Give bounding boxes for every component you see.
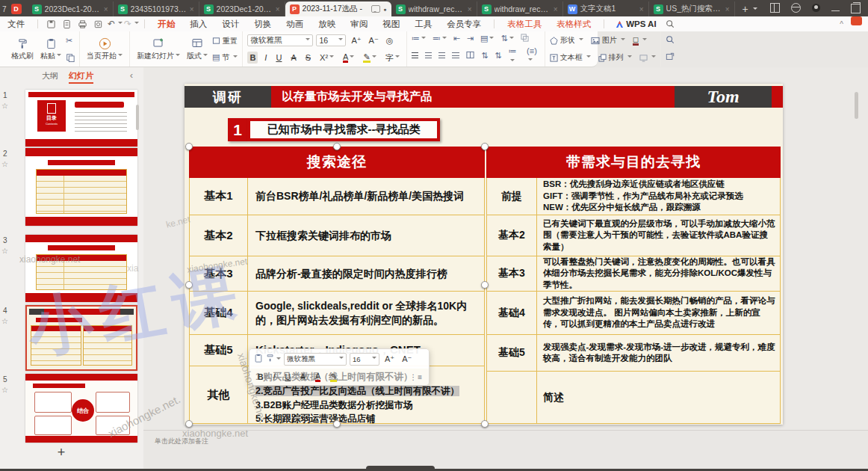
copy-button[interactable] (66, 53, 75, 62)
menu-file[interactable]: 文件 (7, 19, 25, 30)
new-tab-button[interactable]: + (743, 3, 748, 15)
minimize-button[interactable] (831, 10, 840, 11)
close-icon[interactable]: × (104, 5, 108, 13)
numbered-list-icon[interactable]: ≕ (433, 34, 447, 43)
clear-format-button[interactable]: ◎ (384, 34, 396, 46)
underline-button[interactable]: U (273, 52, 284, 64)
shapes-button[interactable]: 形状 (550, 35, 583, 46)
header-author[interactable]: Tom (675, 86, 772, 108)
format-painter-button[interactable]: 格式刷 (9, 37, 36, 61)
distribute-icon[interactable]: (≡) (527, 46, 540, 64)
file-tab-6[interactable]: S withdraw_record_202 × (477, 1, 563, 16)
menu-insert[interactable]: 插入 (190, 19, 207, 30)
decrease-font-button[interactable]: A⁻ (367, 34, 381, 46)
mini-font-name-select[interactable]: 微软雅黑 (284, 353, 347, 366)
slide-thumbnail-3[interactable] (25, 235, 137, 302)
line-spacing-icon[interactable]: ⇅ (500, 34, 513, 43)
file-tab-1[interactable]: S 2023Dec1-2023Dec31Cu × (28, 1, 114, 16)
decrease-indent-icon[interactable]: ⇤ (453, 34, 460, 43)
strikethrough-button[interactable]: A (288, 52, 298, 64)
table-row[interactable]: 基本3 可以看整盘热门关键词，注意热度变化的周期性。也可以看具体细分市场去挖掘长… (486, 256, 781, 292)
selection-handle-se[interactable] (481, 420, 489, 428)
menu-home[interactable]: 开始 (158, 19, 175, 30)
menu-member[interactable]: 会员专享 (447, 19, 481, 30)
left-table-header[interactable]: 搜索途径 (189, 147, 485, 178)
table-row[interactable]: 基本3 品牌分析-最直接的限定时间内热度排行榜 (189, 256, 485, 292)
find-button[interactable] (666, 34, 675, 47)
delete-line-button[interactable]: S (303, 52, 313, 64)
hanzi-tools-button[interactable]: 字 (383, 52, 402, 64)
slide-thumbnail-4-selected[interactable] (25, 305, 137, 371)
tab-slides[interactable]: 幻灯片 (69, 70, 93, 81)
quick-access-dropdown-icon[interactable] (134, 22, 139, 26)
merge-shape-icon[interactable] (521, 34, 529, 43)
slide-thumbnail-5[interactable]: 结合 (25, 374, 137, 443)
undo-dropdown-icon[interactable] (118, 22, 123, 26)
paste-button[interactable]: 粘贴 (38, 37, 63, 61)
section-number-badge[interactable]: 1 (228, 118, 247, 141)
header-left-box[interactable]: 调研 (185, 86, 271, 108)
output-icon[interactable] (62, 19, 72, 29)
font-size-select[interactable]: 16 (316, 34, 346, 46)
undo-icon[interactable]: ↶ (108, 19, 115, 29)
slide-header-bar[interactable]: 调研 以存量市场去开发与寻找产品 Tom (185, 86, 783, 108)
table-row[interactable]: 前提 BSR：优先搜刮身边亲近供应链或者地区供应链 GIFT：强调季节性，作为产… (486, 178, 781, 215)
collapse-ribbon-icon[interactable]: ^ (840, 20, 843, 28)
star-icon[interactable]: ☆ (1, 160, 8, 168)
new-slide-button[interactable]: 新建幻灯片 (134, 37, 182, 61)
split-view-icon[interactable] (770, 3, 780, 13)
table-row[interactable]: 基础4 Google, slickdeals,reddit or 全球排名10K… (189, 292, 485, 335)
format-painter-icon[interactable] (266, 352, 281, 366)
star-icon[interactable]: ☆ (1, 317, 8, 325)
wps-app-icon[interactable]: D (11, 4, 22, 14)
close-icon[interactable]: × (468, 5, 472, 13)
paste-icon[interactable] (254, 352, 263, 366)
mini-font-color-button[interactable]: A (313, 372, 323, 382)
mini-strike-button[interactable]: A (298, 372, 308, 382)
selection-handle-e[interactable] (481, 281, 489, 289)
selection-handle-ne[interactable] (481, 143, 489, 150)
menu-tools[interactable]: 工具 (415, 19, 432, 30)
fill-color-button[interactable]: ◻ (633, 36, 647, 46)
bold-button[interactable]: B (247, 52, 258, 64)
file-tab-5[interactable]: S withdraw_record_20240 × (391, 1, 477, 16)
file-tab-8[interactable]: S US_热门搜索词_简单_M × (649, 1, 735, 16)
slide-thumbnail-1[interactable]: 目录 Contents (25, 90, 137, 147)
highlight-button[interactable]: ✎ (361, 52, 378, 64)
menu-slideshow[interactable]: 放映 (318, 19, 335, 30)
mini-list-icon[interactable]: ⋮≡ (409, 373, 423, 381)
play-from-page-button[interactable]: 当页开始 (84, 37, 125, 61)
comment-icon[interactable] (371, 5, 380, 13)
file-tab-3[interactable]: S 2023Dec1-2023Dec31 × (199, 1, 285, 16)
close-icon[interactable]: × (554, 5, 558, 13)
tab-outline[interactable]: 大纲 (42, 70, 58, 81)
table-row[interactable]: 简述 (486, 372, 781, 424)
slide-master-button[interactable] (639, 54, 656, 62)
purpose-table[interactable]: 带需求与目的去寻找 前提 BSR：优先搜刮身边亲近供应链或者地区供应链 GIFT… (486, 147, 781, 424)
picture-button[interactable]: 图片 (591, 35, 625, 46)
file-tab-2[interactable]: S 234351019737.csv × (114, 1, 199, 16)
section-title[interactable]: 已知市场中寻找需求--寻找品类 (247, 118, 440, 141)
save-icon[interactable] (46, 19, 56, 29)
canvas-scrollbar[interactable] (855, 92, 858, 119)
header-title[interactable]: 以存量市场去开发与寻找产品 (271, 86, 675, 108)
columns-icon[interactable] (466, 51, 474, 61)
cut-button[interactable]: ✂ (66, 36, 75, 46)
text-direction-icon[interactable]: ▤ (480, 34, 494, 43)
wps-ai-button[interactable]: WPS AI (616, 19, 656, 28)
italic-button[interactable]: I (262, 52, 269, 64)
para-spacing-after-icon[interactable]: ⇅ (495, 51, 501, 61)
increase-font-button[interactable]: A⁺ (349, 34, 363, 46)
mini-increase-font-button[interactable]: A⁺ (382, 353, 397, 365)
print-preview-icon[interactable] (93, 19, 103, 29)
table-row[interactable]: 基础4 大型推广折扣网站，能去发掘长期热门畅销的产品，看评论与需求发现改进点。 … (486, 292, 781, 335)
increase-indent-icon[interactable]: ⇥ (467, 34, 474, 43)
tab-list-dropdown-icon[interactable] (753, 7, 757, 12)
table-row[interactable]: 基本2 已有关键词下最直观的分层级市场，可以手动加减放大缩小范围（需要注意人为干… (486, 215, 781, 256)
close-icon[interactable]: × (190, 5, 194, 13)
right-table-header[interactable]: 带需求与目的去寻找 (486, 147, 781, 178)
close-icon[interactable]: × (725, 5, 730, 13)
search-icon[interactable] (666, 19, 675, 29)
mini-italic-button[interactable]: I (271, 372, 278, 382)
share-button-partial[interactable] (851, 16, 862, 25)
